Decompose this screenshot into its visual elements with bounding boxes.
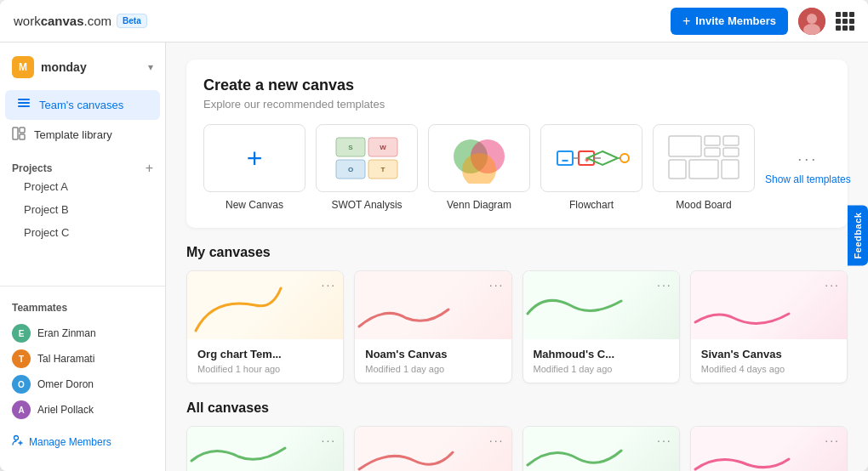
teammates-title: Teammates — [12, 302, 153, 314]
canvas-sivans[interactable]: ··· Sivan's Canvas Modified 4 days ago — [690, 270, 848, 383]
flowchart-svg: ▬ ◈ — [553, 134, 630, 182]
canvas-info-noams: Noam's Canvas Modified 1 day ago — [355, 339, 511, 383]
sidebar-nav: Team's canvases Template library — [0, 90, 165, 150]
layers-icon — [17, 97, 31, 113]
canvas-menu-noams2[interactable]: ··· — [657, 434, 672, 447]
project-b[interactable]: Project B — [12, 198, 153, 221]
workspace-header[interactable]: M monday ▾ — [0, 51, 165, 83]
template-preview-swot: S W O T — [316, 124, 418, 192]
template-swot[interactable]: S W O T SWOT Analysis — [316, 124, 418, 211]
template-preview-new-canvas: + — [203, 124, 306, 192]
canvas-menu-sivans[interactable]: ··· — [825, 278, 840, 292]
teammate-avatar-eran: E — [12, 324, 31, 343]
canvas-name-noams: Noam's Canvas — [365, 348, 500, 360]
sidebar: M monday ▾ Team's canvases — [0, 43, 166, 471]
workspace-icon: M — [12, 56, 34, 78]
sivans-thumb — [691, 271, 793, 339]
svg-rect-34 — [723, 148, 739, 156]
avatar[interactable] — [798, 8, 825, 35]
canvas-menu-noams[interactable]: ··· — [489, 278, 505, 292]
manage-members-button[interactable]: Manage Members — [0, 429, 165, 454]
canvas-menu-workcanvas[interactable]: ··· — [322, 434, 337, 447]
ariels-thumb — [691, 427, 793, 471]
template-moodboard[interactable]: Mood Board — [653, 124, 755, 211]
template-library-label: Template library — [34, 128, 112, 141]
svg-rect-30 — [669, 136, 701, 156]
moodboard-svg — [665, 133, 742, 184]
show-all-templates[interactable]: ··· Show all templates — [765, 150, 851, 185]
projects-header: Projects + — [12, 162, 153, 175]
template-flowchart[interactable]: ▬ ◈ Flowchart — [540, 124, 642, 211]
projects-section: Projects + Project A Project B Project C — [0, 150, 165, 249]
canvas-menu-mahmouds[interactable]: ··· — [657, 278, 672, 292]
teammate-ariel[interactable]: A Ariel Pollack — [12, 397, 153, 423]
svg-rect-32 — [723, 136, 739, 145]
mahmouds-thumb — [523, 271, 625, 339]
workspace-info: M monday — [12, 56, 87, 78]
manage-members-label: Manage Members — [29, 436, 111, 448]
canvas-noams2[interactable]: ··· Noam's Canvas — [523, 426, 680, 471]
svg-point-1 — [807, 14, 817, 24]
template-label-swot: SWOT Analysis — [331, 199, 402, 211]
template-label-new-canvas: New Canvas — [226, 199, 283, 211]
template-venn[interactable]: Venn Diagram — [428, 124, 530, 211]
sidebar-footer: Teammates E Eran Zinman T Tal Haramati O… — [0, 286, 165, 462]
svg-rect-3 — [18, 102, 30, 104]
add-project-button[interactable]: + — [146, 162, 153, 175]
canvas-thumbnail-ariels: ··· — [691, 427, 847, 471]
main-content: Create a new canvas Explore our recommen… — [166, 43, 868, 471]
invite-button[interactable]: Invite Members — [671, 8, 788, 35]
canvas-modified-sivans: Modified 4 days ago — [701, 364, 837, 374]
canvas-ariels[interactable]: ··· Ariel's Canvas — [690, 426, 848, 471]
sidebar-item-teams-canvases[interactable]: Team's canvases — [5, 90, 160, 120]
teammate-eran[interactable]: E Eran Zinman — [12, 321, 153, 346]
teammate-tal[interactable]: T Tal Haramati — [12, 346, 153, 372]
canvas-menu-org-chart[interactable]: ··· — [322, 278, 337, 292]
my-canvases-title: My canvases — [186, 245, 848, 260]
project-a[interactable]: Project A — [12, 175, 153, 198]
swot-svg: S W O T — [333, 134, 401, 182]
template-preview-flowchart: ▬ ◈ — [540, 124, 642, 192]
canvas-mahmouds[interactable]: ··· Mahmoud's C... Modified 1 day ago — [523, 270, 680, 383]
sidebar-item-template-library[interactable]: Template library — [0, 120, 165, 150]
nav-right: Invite Members — [671, 8, 854, 35]
teammate-omer[interactable]: O Omer Doron — [12, 372, 153, 397]
canvas-mindmap[interactable]: ··· Mind Map — [354, 426, 511, 471]
svg-rect-31 — [705, 136, 720, 145]
org-chart-thumb — [187, 271, 289, 339]
canvas-org-chart[interactable]: ··· Org chart Tem... Modified 1 hour ago — [186, 270, 344, 383]
logo-area: workcanvas.com Beta — [14, 14, 147, 28]
canvas-thumbnail-workcanvas: ··· — [187, 427, 343, 471]
template-new-canvas[interactable]: + New Canvas — [203, 124, 306, 211]
canvas-name-mahmouds: Mahmoud's C... — [534, 348, 669, 360]
canvas-info-mahmouds: Mahmoud's C... Modified 1 day ago — [523, 339, 679, 383]
canvas-workcanvas[interactable]: ··· WorkCanvas B... — [186, 426, 344, 471]
top-nav: workcanvas.com Beta Invite Members — [0, 0, 868, 43]
canvas-thumbnail-noams2: ··· — [523, 427, 679, 471]
canvas-noams[interactable]: ··· Noam's Canvas Modified 1 day ago — [354, 270, 511, 383]
svg-rect-36 — [689, 160, 718, 179]
my-canvases-grid: ··· Org chart Tem... Modified 1 hour ago — [186, 270, 848, 383]
all-canvases-grid: ··· WorkCanvas B... ··· — [186, 426, 848, 471]
grid-icon[interactable] — [836, 12, 854, 31]
teammate-name-tal: Tal Haramati — [37, 353, 94, 365]
canvas-modified-org-chart: Modified 1 hour ago — [197, 364, 333, 374]
avatar-image — [798, 8, 825, 35]
svg-point-9 — [14, 436, 19, 440]
svg-marker-23 — [587, 151, 618, 165]
project-c[interactable]: Project C — [12, 221, 153, 244]
manage-members-icon — [12, 434, 24, 449]
canvas-menu-ariels[interactable]: ··· — [825, 434, 840, 447]
canvas-name-sivans: Sivan's Canvas — [701, 348, 837, 360]
canvas-menu-mindmap[interactable]: ··· — [489, 434, 505, 447]
canvas-info-org-chart: Org chart Tem... Modified 1 hour ago — [187, 339, 343, 383]
svg-rect-35 — [669, 160, 686, 179]
feedback-button[interactable]: Feedback — [848, 206, 868, 266]
create-title: Create a new canvas — [203, 77, 831, 94]
template-preview-moodboard — [653, 124, 755, 192]
create-subtitle: Explore our recommended templates — [203, 98, 831, 111]
canvas-thumbnail-sivans: ··· — [691, 271, 847, 339]
plus-icon: + — [247, 143, 263, 174]
svg-text:W: W — [380, 144, 386, 151]
svg-text:▬: ▬ — [562, 156, 568, 162]
